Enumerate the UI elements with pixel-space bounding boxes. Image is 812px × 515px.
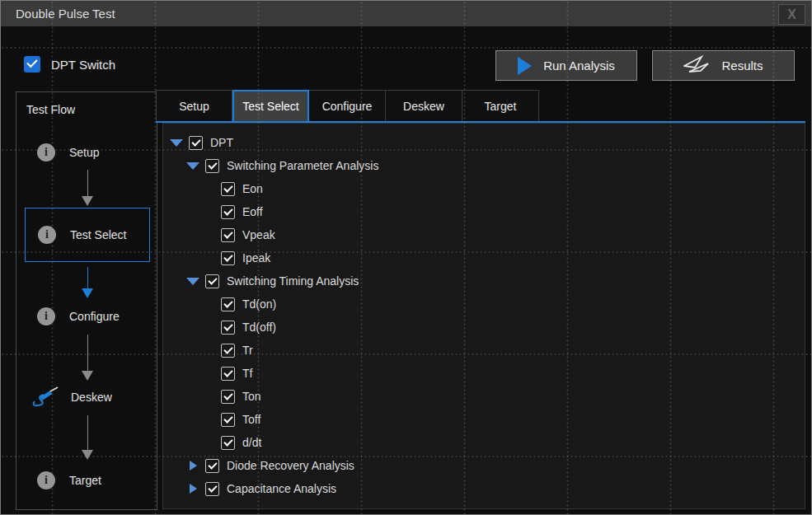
arrow-shaft xyxy=(87,335,88,371)
tree-row-td-off[interactable]: Td(off) xyxy=(163,316,805,339)
checkbox-dpt[interactable] xyxy=(189,136,203,150)
flow-step-setup[interactable]: Setup xyxy=(37,143,100,162)
dpt-switch-checkbox[interactable] xyxy=(24,56,40,73)
info-icon xyxy=(37,143,55,162)
tree-row-d-dt[interactable]: d/dt xyxy=(163,431,805,454)
flow-step-label: Setup xyxy=(69,146,100,159)
results-label: Results xyxy=(721,59,763,73)
checkbox-tr[interactable] xyxy=(221,344,235,358)
tree-row-label: Eon xyxy=(242,182,263,195)
test-select-tree: DPTSwitching Parameter AnalysisEonEoffVp… xyxy=(162,123,805,509)
tree-row-label: Tf xyxy=(242,367,252,380)
close-button[interactable]: X xyxy=(778,4,805,25)
flow-arrow-gray xyxy=(82,170,93,206)
checkbox-ipeak[interactable] xyxy=(221,251,235,265)
triangle-down-icon[interactable] xyxy=(170,139,183,147)
title-bar: Double Pulse Test xyxy=(1,1,811,26)
triangle-glyph xyxy=(170,139,183,147)
tab-test-select[interactable]: Test Select xyxy=(232,90,309,121)
checkbox-capacitance-analysis[interactable] xyxy=(205,482,219,496)
checkbox-eon[interactable] xyxy=(221,182,235,196)
results-icon xyxy=(683,55,710,76)
triangle-glyph xyxy=(186,162,199,170)
checkbox-toff[interactable] xyxy=(221,413,235,427)
close-icon: X xyxy=(787,7,796,22)
tree-row-switching-timing-analysis[interactable]: Switching Timing Analysis xyxy=(163,269,805,293)
flow-arrow-gray xyxy=(82,335,93,381)
flow-step-test-select[interactable]: Test Select xyxy=(25,208,150,262)
checkbox-td-on[interactable] xyxy=(221,297,235,311)
triangle-glyph xyxy=(186,278,199,285)
test-flow-title: Test Flow xyxy=(26,103,75,116)
tree-row-label: Toff xyxy=(242,413,260,426)
checkbox-ton[interactable] xyxy=(221,390,235,404)
tree-row-label: Ipeak xyxy=(242,251,270,265)
tree-row-tr[interactable]: Tr xyxy=(163,339,805,362)
tree-row-label: Capacitance Analysis xyxy=(227,482,336,495)
info-icon xyxy=(37,307,55,325)
flow-step-configure[interactable]: Configure xyxy=(37,307,120,325)
tree-row-diode-recovery-analysis[interactable]: Diode Recovery Analysis xyxy=(163,454,805,477)
tree-row-vpeak[interactable]: Vpeak xyxy=(163,223,805,246)
tree-row-label: d/dt xyxy=(242,436,261,449)
tree-row-label: Td(on) xyxy=(242,297,276,311)
arrow-head-icon xyxy=(82,196,93,206)
triangle-right-icon[interactable] xyxy=(186,461,199,471)
tree-row-label: Eoff xyxy=(242,205,263,218)
arrow-head-icon xyxy=(82,450,93,460)
tab-target[interactable]: Target xyxy=(462,90,539,121)
checkbox-tf[interactable] xyxy=(221,367,235,381)
tree-row-ipeak[interactable]: Ipeak xyxy=(163,246,805,269)
tree-row-td-on[interactable]: Td(on) xyxy=(163,293,805,316)
checkbox-eoff[interactable] xyxy=(221,205,235,219)
tree-row-label: Diode Recovery Analysis xyxy=(227,459,354,472)
info-icon xyxy=(38,226,56,244)
arrow-shaft xyxy=(87,415,88,450)
tree-row-switching-parameter-analysis[interactable]: Switching Parameter Analysis xyxy=(163,154,805,177)
flow-arrow-gray xyxy=(82,415,93,460)
triangle-right-icon[interactable] xyxy=(186,484,199,494)
arrow-shaft xyxy=(87,170,88,196)
tab-configure[interactable]: Configure xyxy=(309,90,386,121)
flow-arrow-blue xyxy=(82,267,93,298)
triangle-glyph xyxy=(190,484,197,494)
tree-row-label: Tr xyxy=(242,344,253,357)
run-analysis-button[interactable]: Run Analysis xyxy=(495,50,637,81)
arrow-head-icon xyxy=(82,288,93,298)
flow-step-deskew[interactable]: Deskew xyxy=(31,384,112,410)
flow-step-target[interactable]: Target xyxy=(37,471,101,489)
double-pulse-test-dialog: Double Pulse Test X DPT Switch Run Analy… xyxy=(0,0,812,515)
flow-step-label: Test Select xyxy=(70,228,126,241)
checkbox-diode-recovery-analysis[interactable] xyxy=(205,459,219,473)
tree-row-label: Switching Timing Analysis xyxy=(227,274,359,288)
arrow-shaft xyxy=(87,267,88,288)
arrow-head-icon xyxy=(82,371,93,381)
tree-row-eoff[interactable]: Eoff xyxy=(163,200,805,223)
tree-row-tf[interactable]: Tf xyxy=(163,362,805,385)
tree-row-capacitance-analysis[interactable]: Capacitance Analysis xyxy=(163,477,805,500)
window-title: Double Pulse Test xyxy=(16,7,115,21)
info-icon xyxy=(37,471,55,489)
tree-row-label: Ton xyxy=(242,390,261,403)
tree-row-label: Switching Parameter Analysis xyxy=(227,159,378,172)
results-button[interactable]: Results xyxy=(652,50,795,81)
tab-setup[interactable]: Setup xyxy=(156,90,232,121)
tree-row-label: DPT xyxy=(210,136,233,149)
triangle-down-icon[interactable] xyxy=(186,162,199,170)
checkbox-switching-parameter-analysis[interactable] xyxy=(205,159,219,173)
tab-deskew[interactable]: Deskew xyxy=(386,90,462,121)
tree-row-eon[interactable]: Eon xyxy=(163,177,805,200)
tree-row-label: Vpeak xyxy=(242,228,275,241)
tree-row-toff[interactable]: Toff xyxy=(163,408,805,431)
tree-row-ton[interactable]: Ton xyxy=(163,385,805,408)
dpt-switch-toggle[interactable]: DPT Switch xyxy=(24,56,115,73)
checkbox-td-off[interactable] xyxy=(221,321,235,335)
flow-step-label: Deskew xyxy=(71,391,112,404)
probe-icon xyxy=(31,384,59,410)
checkbox-switching-timing-analysis[interactable] xyxy=(205,274,219,288)
checkbox-d-dt[interactable] xyxy=(221,436,235,450)
triangle-down-icon[interactable] xyxy=(186,278,199,285)
tree-row-dpt[interactable]: DPT xyxy=(163,131,805,154)
checkbox-vpeak[interactable] xyxy=(221,228,235,242)
tab-bar: SetupTest SelectConfigureDeskewTarget xyxy=(156,90,805,123)
